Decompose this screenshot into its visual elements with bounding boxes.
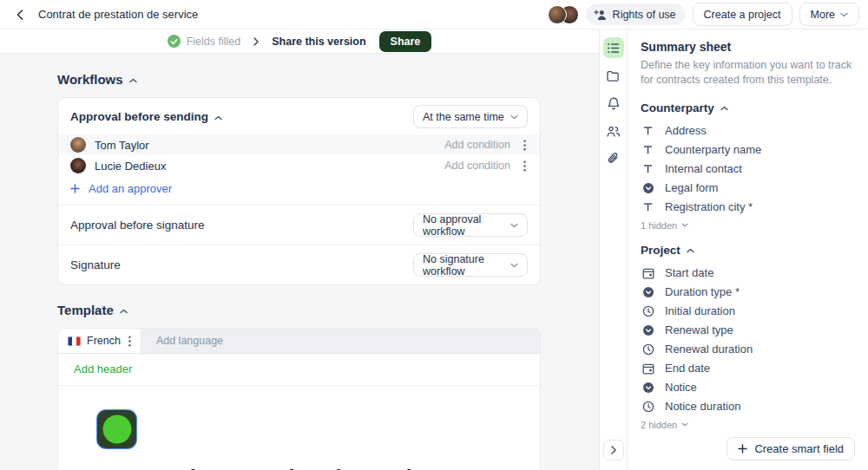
smart-field-item[interactable]: Counterparty name xyxy=(641,140,855,160)
date-field-icon xyxy=(641,267,655,279)
summary-sheet-tab[interactable] xyxy=(603,37,624,58)
avatar xyxy=(548,5,567,24)
fields-filled-status: Fields filled xyxy=(168,35,241,48)
kebab-menu-icon[interactable] xyxy=(127,336,133,347)
approval-before-sending-title[interactable]: Approval before sending xyxy=(70,110,222,123)
tab-french[interactable]: French xyxy=(58,329,141,353)
approver-name: Tom Taylor xyxy=(95,139,149,152)
smart-field-item[interactable]: Initial duration xyxy=(641,302,855,321)
approval-timing-dropdown[interactable]: At the same time xyxy=(413,105,528,128)
collaborator-avatars[interactable] xyxy=(548,5,579,24)
attachments-tab[interactable] xyxy=(603,148,624,169)
check-circle-icon xyxy=(168,35,181,48)
hidden-fields-toggle[interactable]: 1 hidden xyxy=(641,220,855,231)
smart-field-label: Start date xyxy=(665,266,713,279)
chevron-up-icon xyxy=(120,309,128,314)
share-bar: Fields filled Share this version Share xyxy=(0,29,599,54)
smart-field-item[interactable]: Start date xyxy=(641,264,855,283)
share-this-version-label: Share this version xyxy=(272,36,365,48)
create-project-button[interactable]: Create a project xyxy=(693,3,792,26)
signature-dropdown[interactable]: No signature workflow xyxy=(413,253,528,277)
document-preview: Contrat de prestation de service xyxy=(58,386,540,470)
tab-french-label: French xyxy=(87,335,121,347)
french-flag-icon xyxy=(68,336,81,346)
panel-description: Define the key information you want to t… xyxy=(641,58,852,88)
main-area: Fields filled Share this version Share W… xyxy=(0,29,868,470)
add-header-button[interactable]: Add header xyxy=(58,354,540,386)
create-smart-field-button[interactable]: Create smart field xyxy=(727,437,855,460)
smart-field-item[interactable]: Legal form xyxy=(641,179,855,198)
add-approver-button[interactable]: Add an approver xyxy=(58,176,540,205)
rights-of-use-button[interactable]: Rights of use xyxy=(586,3,686,25)
chevron-up-icon xyxy=(720,106,728,111)
smart-field-label: Notice duration xyxy=(665,400,740,413)
members-tab[interactable] xyxy=(603,121,624,141)
select-field-icon xyxy=(641,382,655,394)
more-button[interactable]: More xyxy=(799,3,859,26)
hidden-fields-toggle[interactable]: 2 hidden xyxy=(641,420,855,430)
kebab-menu-icon[interactable] xyxy=(522,140,528,151)
document-title: Contrat de prestation de service xyxy=(38,8,198,21)
notifications-tab[interactable] xyxy=(603,93,624,114)
workflows-heading[interactable]: Workflows xyxy=(57,72,599,87)
project-fields: Start date Duration type * Initial durat… xyxy=(641,264,855,416)
project-section-header[interactable]: Project xyxy=(641,244,855,257)
add-condition-button[interactable]: Add condition xyxy=(444,139,510,151)
collapse-panel-button[interactable] xyxy=(603,440,624,460)
smart-field-label: Initial duration xyxy=(665,304,735,317)
chevron-left-icon xyxy=(16,10,23,20)
approval-before-signature-dropdown[interactable]: No approval workflow xyxy=(413,213,528,237)
add-condition-button[interactable]: Add condition xyxy=(444,160,510,172)
smart-field-item[interactable]: Renewal duration xyxy=(641,340,855,359)
add-language-tab[interactable]: Add language xyxy=(141,329,238,353)
back-button[interactable] xyxy=(12,7,28,23)
text-field-icon xyxy=(641,202,655,212)
kebab-menu-icon[interactable] xyxy=(522,160,528,172)
paperclip-icon xyxy=(607,152,620,166)
smart-field-label: Legal form xyxy=(665,181,718,194)
chevron-down-icon xyxy=(840,12,848,17)
smart-field-item[interactable]: Notice duration xyxy=(641,397,855,416)
folder-tab[interactable] xyxy=(603,65,624,86)
add-approver-label: Add an approver xyxy=(89,182,172,195)
smart-field-item[interactable]: Duration type * xyxy=(641,283,855,302)
editor-content: Workflows Approval before sending xyxy=(0,54,599,470)
smart-field-item[interactable]: Internal contact xyxy=(641,160,855,179)
chevron-down-icon xyxy=(510,263,518,268)
create-smart-field-label: Create smart field xyxy=(754,442,844,455)
approver-row[interactable]: Lucie Dedieux Add condition xyxy=(58,155,540,176)
panel-rail xyxy=(600,29,628,470)
share-button[interactable]: Share xyxy=(379,31,432,52)
workflows-card: Approval before sending At the same time xyxy=(57,97,541,285)
text-field-icon xyxy=(641,145,655,154)
approver-row[interactable]: Tom Taylor Add condition xyxy=(58,134,540,155)
counterparty-section-label: Counterparty xyxy=(641,101,714,114)
chevron-up-icon xyxy=(687,248,694,253)
project-section-label: Project xyxy=(641,244,681,257)
template-heading[interactable]: Template xyxy=(57,303,599,317)
hidden-fields-label: 2 hidden xyxy=(641,420,677,430)
duration-field-icon xyxy=(641,343,655,356)
smart-field-item[interactable]: Renewal type xyxy=(641,321,855,340)
smart-field-label: Notice xyxy=(665,381,697,394)
smart-field-item[interactable]: Notice xyxy=(641,378,855,397)
counterparty-section-header[interactable]: Counterparty xyxy=(641,101,855,114)
text-field-icon xyxy=(641,164,655,173)
duration-field-icon xyxy=(641,305,655,317)
editor-pane: Fields filled Share this version Share W… xyxy=(0,29,599,470)
contract-title[interactable]: Contrat de prestation de service xyxy=(97,465,540,470)
signature-row: Signature No signature workflow xyxy=(58,245,540,284)
chevron-down-icon xyxy=(510,223,518,228)
smart-field-label: Address xyxy=(665,124,707,137)
company-logo[interactable] xyxy=(97,410,136,448)
chevron-up-icon xyxy=(214,115,222,121)
smart-field-item[interactable]: End date xyxy=(641,359,855,378)
smart-field-label: Renewal type xyxy=(665,323,733,336)
smart-field-item[interactable]: Address xyxy=(641,121,855,140)
counterparty-fields: Address Counterparty name Internal conta… xyxy=(641,121,855,217)
more-label: More xyxy=(811,9,835,21)
plus-icon xyxy=(70,184,80,193)
chevron-right-icon xyxy=(253,37,259,46)
signature-label: Signature xyxy=(70,258,121,271)
smart-field-item[interactable]: Registration city * xyxy=(641,198,855,217)
